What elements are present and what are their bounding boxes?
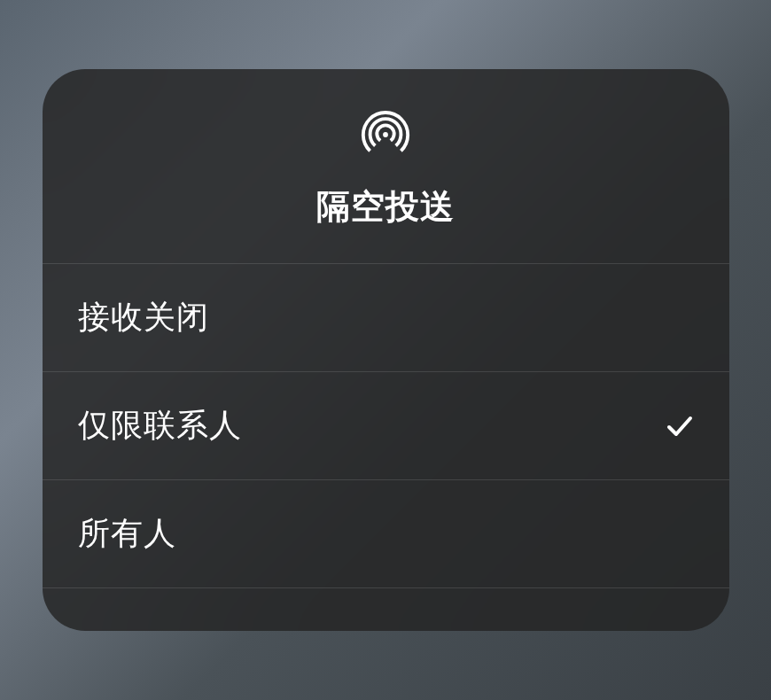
airdrop-icon (358, 106, 413, 161)
option-receiving-off[interactable]: 接收关闭 (43, 264, 729, 372)
option-label: 所有人 (78, 512, 176, 556)
option-label: 接收关闭 (78, 296, 209, 339)
svg-point-0 (383, 132, 388, 137)
option-everyone[interactable]: 所有人 (43, 480, 729, 588)
panel-title: 隔空投送 (316, 184, 455, 229)
option-label: 仅限联系人 (78, 404, 242, 447)
option-contacts-only[interactable]: 仅限联系人 (43, 372, 729, 480)
panel-header: 隔空投送 (43, 69, 729, 264)
bottom-spacer (43, 588, 729, 631)
checkmark-icon (666, 412, 694, 440)
airdrop-panel: 隔空投送 接收关闭 仅限联系人 所有人 (43, 69, 729, 631)
